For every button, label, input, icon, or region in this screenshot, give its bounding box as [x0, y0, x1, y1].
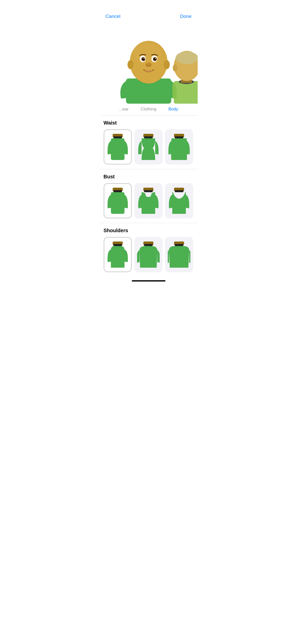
- avatar-secondary: [173, 41, 198, 104]
- waist-item-3[interactable]: [165, 129, 193, 165]
- waist-items-row: [104, 129, 194, 165]
- svg-rect-41: [113, 244, 122, 246]
- svg-rect-27: [113, 136, 122, 138]
- shoulders-items-row: [104, 237, 194, 272]
- shoulders-item-2[interactable]: [134, 237, 162, 272]
- svg-rect-39: [175, 190, 183, 192]
- avatar-main: [116, 26, 181, 104]
- svg-point-6: [128, 60, 134, 69]
- waist-section: Waist: [100, 115, 198, 169]
- waist-title: Waist: [104, 120, 194, 126]
- bust-item-1[interactable]: [104, 183, 132, 218]
- svg-rect-37: [144, 190, 153, 192]
- shoulders-item-1[interactable]: [104, 237, 132, 272]
- svg-rect-28: [111, 138, 124, 160]
- svg-rect-35: [111, 192, 124, 214]
- shoulders-item-3[interactable]: [165, 237, 193, 272]
- bust-item-2[interactable]: [134, 183, 162, 218]
- svg-rect-32: [175, 136, 183, 138]
- svg-point-15: [155, 58, 156, 59]
- svg-point-7: [164, 60, 170, 69]
- svg-point-25: [173, 64, 177, 71]
- cancel-button[interactable]: Cancel: [106, 14, 120, 19]
- bust-section: Bust: [100, 169, 198, 223]
- tab-bar: ...ear Clothing Body: [100, 104, 198, 115]
- bust-items-row: [104, 183, 194, 218]
- header: Cancel Done: [100, 0, 198, 23]
- shoulders-title: Shoulders: [104, 228, 194, 233]
- svg-point-17: [146, 64, 148, 67]
- bust-item-3[interactable]: [165, 183, 193, 218]
- svg-point-24: [176, 52, 198, 64]
- tab-headwear[interactable]: ...ear: [119, 107, 129, 112]
- home-bar: [132, 280, 165, 281]
- tab-clothing[interactable]: Clothing: [141, 107, 156, 112]
- tab-body[interactable]: Body: [168, 107, 178, 112]
- avatar-preview-area: [100, 23, 198, 104]
- svg-rect-34: [113, 190, 122, 192]
- bust-title: Bust: [104, 174, 194, 180]
- svg-rect-30: [144, 136, 153, 138]
- svg-rect-43: [144, 244, 153, 246]
- waist-item-1[interactable]: [104, 129, 132, 165]
- svg-point-18: [149, 64, 151, 67]
- svg-point-14: [144, 58, 145, 59]
- shoulders-section: Shoulders: [100, 223, 198, 277]
- done-button[interactable]: Done: [180, 14, 191, 19]
- home-indicator-area: [100, 277, 198, 284]
- waist-item-2[interactable]: [134, 129, 162, 165]
- svg-rect-45: [175, 244, 183, 246]
